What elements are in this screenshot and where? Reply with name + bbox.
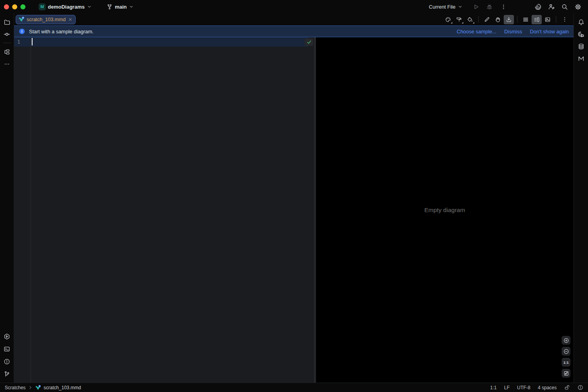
gutter-separator [31, 37, 31, 383]
editor-kebab-menu[interactable] [559, 15, 570, 24]
fill-bucket-button[interactable] [465, 15, 475, 24]
empty-diagram-placeholder: Empty diagram [424, 207, 465, 214]
mermaid-tool-window-button[interactable] [575, 53, 586, 64]
debug-button[interactable] [484, 1, 495, 12]
project-widget[interactable]: M demoDiagrams [36, 2, 94, 11]
separator [3, 43, 11, 43]
terminal-tool-window-button[interactable] [2, 343, 13, 354]
status-bar-widgets: 1:1 LF UTF-8 4 spaces [490, 385, 583, 390]
line-separator-widget[interactable]: LF [504, 385, 510, 390]
main-area: scratch_103.mmd ✕ [0, 13, 588, 383]
info-icon [19, 28, 25, 34]
breadcrumb-scratches[interactable]: Scratches [5, 385, 25, 390]
choose-sample-link[interactable]: Choose sample... [457, 29, 496, 34]
caret-position-widget[interactable]: 1:1 [490, 385, 497, 390]
left-tool-strip [0, 13, 14, 383]
mermaid-file-icon [18, 16, 24, 22]
indent-widget[interactable]: 4 spaces [538, 385, 557, 390]
banner-message: Start with a sample diagram. [29, 29, 94, 34]
chevron-down-icon [129, 4, 134, 9]
chevron-right-icon [28, 385, 33, 390]
project-icon: M [39, 4, 45, 10]
branch-name: main [115, 4, 127, 10]
text-caret [32, 38, 33, 45]
settings-gear-icon[interactable] [572, 1, 583, 12]
close-window-button[interactable] [4, 4, 9, 9]
encoding-widget[interactable]: UTF-8 [517, 385, 530, 390]
split-editor-preview-button[interactable] [532, 15, 542, 24]
problems-tool-window-button[interactable] [2, 356, 13, 367]
dismiss-link[interactable]: Dismiss [504, 29, 522, 34]
mermaid-file-icon [35, 385, 41, 390]
scroll-sync-button[interactable] [504, 15, 514, 24]
ai-assistant-tool-window-button[interactable] [575, 29, 586, 40]
status-bar: Scratches scratch_103.mmd 1:1 LF UTF-8 4… [0, 383, 588, 392]
edit-pencil-button[interactable] [482, 15, 492, 24]
zoom-out-button[interactable] [562, 347, 570, 356]
diagram-preview-panel[interactable]: Empty diagram 1:1 [316, 37, 573, 383]
notifications-bell-icon[interactable] [575, 16, 586, 27]
minimize-window-button[interactable] [12, 4, 17, 9]
inspections-ok-badge[interactable] [305, 38, 313, 46]
tab-label: scratch_103.mmd [27, 17, 65, 22]
window-controls [4, 4, 25, 9]
project-name: demoDiagrams [48, 4, 85, 10]
line-number: 1 [17, 39, 20, 45]
editor-tab-bar: scratch_103.mmd ✕ [14, 13, 573, 25]
breadcrumb-filename[interactable]: scratch_103.mmd [44, 385, 81, 390]
zoom-in-button[interactable] [562, 336, 570, 345]
services-tool-window-button[interactable] [2, 331, 13, 342]
error-indicator-icon[interactable] [577, 385, 583, 390]
close-tab-icon[interactable]: ✕ [68, 17, 73, 22]
separator [478, 16, 479, 23]
run-configuration-selector[interactable]: Current File [426, 3, 465, 11]
project-tool-window-button[interactable] [2, 16, 13, 27]
ide-window: M demoDiagrams main Current File [0, 0, 588, 392]
preview-only-view-button[interactable] [543, 15, 553, 24]
mermaid-toolbar [443, 15, 570, 24]
commit-tool-window-button[interactable] [2, 29, 13, 40]
ai-assistant-icon[interactable] [532, 1, 543, 12]
title-bar: M demoDiagrams main Current File [0, 0, 588, 13]
vcs-branch-widget[interactable]: main [104, 3, 136, 11]
preview-zoom-controls: 1:1 [562, 336, 570, 377]
split-content: 1 Empty diagram [14, 37, 573, 383]
dont-show-again-link[interactable]: Don't show again [530, 29, 569, 34]
current-line-highlight [14, 37, 309, 47]
separator [517, 16, 517, 23]
editor-column: scratch_103.mmd ✕ [14, 13, 573, 383]
fullscreen-window-button[interactable] [20, 4, 25, 9]
database-tool-window-button[interactable] [575, 41, 586, 52]
more-tool-windows-button[interactable] [2, 58, 13, 69]
structure-tool-window-button[interactable] [2, 46, 13, 57]
chevron-down-icon [458, 4, 463, 9]
paint-roller-button[interactable] [454, 15, 464, 24]
git-tool-window-button[interactable] [2, 368, 13, 379]
fit-to-screen-button[interactable] [562, 369, 570, 377]
editor-only-view-button[interactable] [521, 15, 531, 24]
pan-hand-button[interactable] [493, 15, 503, 24]
run-button[interactable] [470, 1, 481, 12]
more-actions-kebab[interactable] [498, 1, 509, 12]
code-editor[interactable]: 1 [14, 37, 314, 383]
right-tool-strip [573, 13, 588, 383]
search-icon[interactable] [559, 1, 570, 12]
separator [556, 16, 556, 23]
code-with-me-icon[interactable] [546, 1, 557, 12]
run-configuration-name: Current File [429, 4, 456, 10]
sample-diagram-banner: Start with a sample diagram. Choose samp… [14, 25, 573, 37]
chevron-down-icon [87, 4, 92, 9]
tab-scratch-file[interactable]: scratch_103.mmd ✕ [16, 15, 76, 24]
branch-icon [107, 4, 113, 10]
unlock-icon[interactable] [564, 385, 570, 390]
theme-palette-button[interactable] [443, 15, 453, 24]
breadcrumb: Scratches scratch_103.mmd [5, 385, 81, 390]
actual-size-button[interactable]: 1:1 [562, 358, 570, 367]
